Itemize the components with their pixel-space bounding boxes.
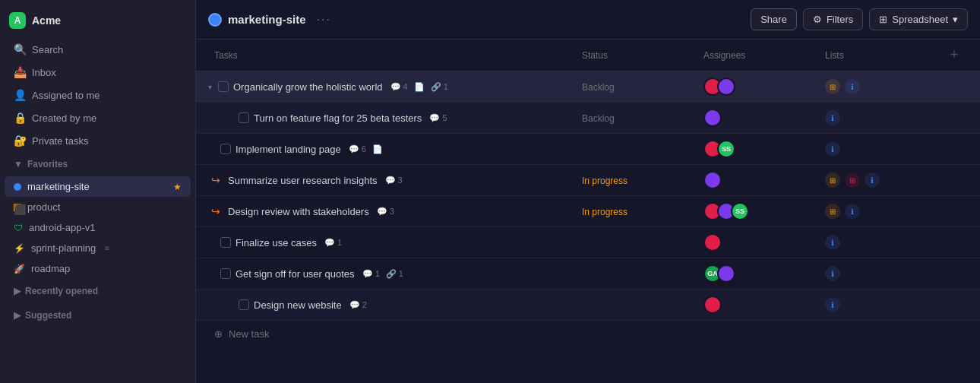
avatar bbox=[703, 109, 722, 127]
topbar: marketing-site ··· Share ⚙ Filters ⊞ Spr… bbox=[196, 0, 980, 40]
suggested-section[interactable]: ▶ Suggested bbox=[5, 305, 191, 326]
share-button[interactable]: Share bbox=[751, 8, 797, 30]
sidebar-item-assigned[interactable]: 👤 Assigned to me bbox=[5, 84, 191, 106]
avatar bbox=[703, 171, 722, 189]
collapse-arrow[interactable]: ▾ bbox=[208, 83, 212, 91]
list-icon: ℹ bbox=[865, 173, 880, 188]
spreadsheet-button[interactable]: ⊞ Spreadsheet ▾ bbox=[869, 8, 968, 30]
filters-icon: ⚙ bbox=[813, 14, 822, 25]
recently-opened-section[interactable]: ▶ Recently opened bbox=[5, 280, 191, 302]
logo-icon: A bbox=[9, 12, 26, 29]
task-checkbox[interactable] bbox=[239, 299, 249, 310]
add-column-button[interactable]: + bbox=[940, 40, 968, 71]
task-checkbox[interactable] bbox=[220, 268, 231, 279]
avatar bbox=[703, 296, 722, 314]
task-checkbox[interactable] bbox=[218, 81, 229, 92]
task-checkbox[interactable] bbox=[239, 112, 249, 123]
task-cell: Design new website 💬 2 bbox=[208, 293, 576, 317]
app-name: Acme bbox=[32, 14, 61, 27]
favorites-item-sprint[interactable]: ⚡ sprint-planning ≡ bbox=[5, 238, 191, 258]
comment-icon: 💬 6 bbox=[349, 144, 366, 154]
table-row: Finalize use cases 💬 1 ℹ bbox=[196, 227, 980, 258]
sidebar-item-private[interactable]: 🔐 Private tasks bbox=[5, 129, 191, 152]
link-icon: 🔗 1 bbox=[386, 269, 403, 279]
list-icon: ℹ bbox=[845, 204, 860, 219]
avatar: SS bbox=[717, 140, 735, 158]
assigned-icon: 👤 bbox=[14, 89, 26, 101]
favorites-section[interactable]: ▼ Favorites bbox=[5, 154, 191, 175]
comment-icon: 💬 3 bbox=[385, 176, 403, 185]
list-icon: ⊞ bbox=[825, 173, 840, 188]
favorites-label: Favorites bbox=[27, 159, 68, 169]
status-badge: In progress bbox=[582, 176, 628, 186]
avatar bbox=[703, 233, 722, 252]
task-name: Finalize use cases bbox=[236, 237, 317, 248]
project-icon bbox=[208, 13, 222, 27]
status-cell: In progress bbox=[576, 169, 697, 192]
more-options-button[interactable]: ··· bbox=[312, 11, 336, 28]
sidebar-item-created[interactable]: 🔒 Created by me bbox=[5, 106, 191, 129]
task-meta: 💬 3 bbox=[385, 176, 403, 185]
lists-cell: ℹ bbox=[819, 104, 940, 131]
task-checkbox[interactable] bbox=[220, 237, 231, 248]
private-label: Private tasks bbox=[32, 135, 88, 147]
status-badge: In progress bbox=[582, 207, 628, 217]
list-icon: ℹ bbox=[825, 141, 840, 157]
status-badge: Backlog bbox=[582, 82, 615, 93]
spreadsheet-icon: ⊞ bbox=[879, 14, 887, 25]
project-name: marketing-site bbox=[228, 13, 306, 26]
task-meta: 💬 1 bbox=[324, 238, 342, 248]
roadmap-name: roadmap bbox=[31, 263, 70, 274]
recently-opened-label: Recently opened bbox=[25, 286, 98, 296]
inbox-icon: 📥 bbox=[14, 66, 26, 78]
favorites-item-marketing[interactable]: marketing-site ★ bbox=[5, 176, 191, 197]
new-task-label: New task bbox=[229, 328, 269, 340]
sprint-icon: ⚡ bbox=[14, 243, 25, 254]
table-row: Get sign off for user quotes 💬 1 🔗 1 GA … bbox=[196, 258, 980, 290]
filters-button[interactable]: ⚙ Filters bbox=[803, 8, 863, 30]
list-icon: ⊞ bbox=[845, 173, 860, 188]
task-cell: Get sign off for user quotes 💬 1 🔗 1 bbox=[208, 262, 576, 286]
list-icon: ⊞ bbox=[825, 79, 840, 94]
table-row: Design new website 💬 2 ℹ bbox=[196, 290, 980, 321]
sidebar-item-inbox[interactable]: 📥 Inbox bbox=[5, 61, 191, 84]
favorites-item-product[interactable]: ⬛ product bbox=[5, 197, 191, 217]
android-name: android-app-v1 bbox=[29, 222, 95, 233]
task-meta: 💬 2 bbox=[349, 300, 367, 310]
task-cell: Turn on feature flag for 25 beta testers… bbox=[208, 106, 576, 130]
task-name: Implement landing page bbox=[236, 144, 341, 155]
status-cell bbox=[576, 143, 697, 155]
task-name: Summarize user research insights bbox=[228, 175, 378, 186]
col-lists: Lists bbox=[819, 40, 940, 71]
favorites-item-roadmap[interactable]: 🚀 roadmap bbox=[5, 258, 191, 279]
avatar bbox=[717, 78, 735, 96]
task-cell: Implement landing page 💬 6 📄 bbox=[208, 138, 576, 161]
comment-icon: 💬 3 bbox=[377, 207, 394, 217]
product-name: product bbox=[27, 201, 60, 213]
list-icon: ℹ bbox=[825, 110, 840, 125]
roadmap-icon: 🚀 bbox=[14, 264, 25, 274]
task-meta: 💬 5 bbox=[429, 113, 447, 123]
suggested-collapse-icon: ▶ bbox=[14, 310, 21, 321]
status-cell bbox=[576, 236, 697, 248]
assigned-label: Assigned to me bbox=[32, 90, 100, 101]
main-content: marketing-site ··· Share ⚙ Filters ⊞ Spr… bbox=[196, 0, 980, 383]
task-meta: 💬 6 📄 bbox=[349, 144, 383, 154]
lists-cell: ⊞ ℹ bbox=[819, 198, 940, 225]
lists-cell: ℹ bbox=[819, 229, 940, 256]
sidebar-item-search[interactable]: 🔍 Search bbox=[5, 38, 191, 61]
list-icon: ℹ bbox=[825, 266, 840, 281]
task-name: Organically grow the holistic world bbox=[233, 81, 383, 93]
table-row: Turn on feature flag for 25 beta testers… bbox=[196, 103, 980, 134]
assignees-cell: SS bbox=[697, 134, 819, 164]
task-checkbox[interactable] bbox=[220, 144, 231, 154]
table-row: ▾ Organically grow the holistic world 💬 … bbox=[196, 71, 980, 103]
new-task-button[interactable]: ⊕ New task bbox=[196, 321, 980, 347]
assignees-cell: SS bbox=[697, 196, 819, 226]
status-badge: Backlog bbox=[582, 113, 615, 124]
app-logo[interactable]: A Acme bbox=[0, 6, 195, 35]
favorites-item-android[interactable]: 🛡 android-app-v1 bbox=[5, 217, 191, 238]
created-icon: 🔒 bbox=[14, 112, 26, 124]
lists-cell: ℹ bbox=[819, 260, 940, 287]
private-icon: 🔐 bbox=[14, 135, 26, 147]
